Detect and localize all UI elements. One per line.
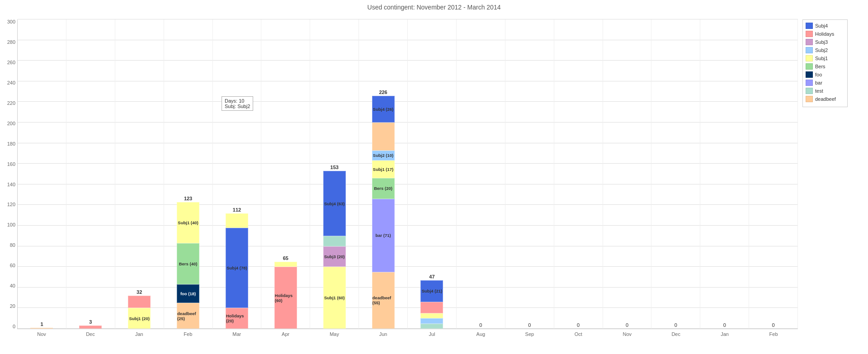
y-label-120: 120 [7, 202, 15, 207]
bar-stack-2[interactable]: Subj1 (20) [128, 296, 151, 329]
bar-group-jan-14: 0 [700, 19, 749, 329]
bar-segment-3-1: foo (18) [177, 284, 199, 303]
bar-zero-13: 0 [675, 322, 677, 328]
x-label-dec2: Dec [651, 331, 700, 352]
y-label-300: 300 [7, 19, 15, 24]
bar-segment-5-0: Holidays (60) [274, 267, 297, 329]
y-label-260: 260 [7, 60, 15, 65]
bar-stack-4[interactable]: Holidays (20)Subj4 (78) [226, 213, 248, 329]
bar-segment-8-2 [420, 313, 443, 318]
legend-color-holidays [806, 31, 813, 37]
bar-segment-4-1: Subj4 (78) [226, 228, 248, 308]
bar-stack-7[interactable]: deadbeef (55)bar (71)Bers (20)Subj1 (17)… [372, 96, 395, 329]
y-label-80: 80 [10, 243, 15, 248]
legend-label-foo: foo [815, 72, 822, 77]
x-label-sep: Sep [505, 331, 554, 352]
bar-stack-3[interactable]: deadbeef (25)foo (18)Bers (40)Subj1 (40) [177, 202, 199, 329]
bar-zero-9: 0 [479, 322, 482, 328]
legend-item-test: test [806, 88, 844, 94]
legend-color-foo [806, 71, 813, 78]
bar-group-feb-3: 123deadbeef (25)foo (18)Bers (40)Subj1 (… [164, 19, 213, 329]
legend: Subj4 Holidays Subj3 Subj2 Subj1 [802, 19, 868, 107]
legend-color-bers [806, 63, 813, 70]
legend-label-test: test [815, 88, 823, 94]
legend-item-bers: Bers [806, 63, 844, 70]
bar-segment-4-2 [226, 213, 248, 228]
chart-container: Used contingent: November 2012 - March 2… [0, 0, 868, 354]
x-label-dec1: Dec [66, 331, 115, 352]
bar-group-jun-7: 226deadbeef (55)bar (71)Bers (20)Subj1 (… [359, 19, 408, 329]
x-label-jul: Jul [408, 331, 457, 352]
legend-item-deadbeef: deadbeef [806, 96, 844, 102]
bar-stack-5[interactable]: Holidays (60) [274, 262, 297, 329]
y-label-200: 200 [7, 121, 15, 126]
legend-item-bar: bar [806, 80, 844, 86]
bar-zero-15: 0 [772, 322, 775, 328]
bar-segment-6-0: Subj1 (60) [323, 267, 346, 329]
legend-item-subj2: Subj2 [806, 47, 844, 53]
bar-stack-6[interactable]: Subj1 (60)Subj3 (20)Subj4 (63) [323, 171, 346, 329]
bar-zero-14: 0 [723, 322, 726, 328]
bar-total-2: 32 [137, 289, 142, 295]
bar-segment-6-1: Subj3 (20) [323, 246, 346, 267]
legend-color-subj3 [806, 39, 813, 45]
legend-color-bar [806, 80, 813, 86]
bar-segment-7-4: Subj2 (10) [372, 151, 395, 161]
x-label-may: May [310, 331, 359, 352]
bar-segment-7-0: deadbeef (55) [372, 272, 395, 329]
bar-segment-7-1: bar (71) [372, 199, 395, 272]
y-label-20: 20 [10, 304, 15, 309]
bar-stack-0[interactable] [30, 328, 53, 329]
bar-group-dec-13: 0 [651, 19, 700, 329]
bar-total-7: 226 [379, 90, 387, 95]
x-label-jun: Jun [359, 331, 408, 352]
legend-item-subj3: Subj3 [806, 39, 844, 45]
y-label-220: 220 [7, 101, 15, 106]
bar-zero-11: 0 [577, 322, 580, 328]
bar-segment-8-3 [420, 302, 443, 313]
legend-label-holidays: Holidays [815, 31, 834, 37]
bar-group-jan-2: 32Subj1 (20) [115, 19, 164, 329]
y-label-140: 140 [7, 182, 15, 187]
legend-item-subj1: Subj1 [806, 55, 844, 61]
x-label-aug: Aug [456, 331, 505, 352]
bar-segment-7-5 [372, 123, 395, 151]
bar-group-nov-12: 0 [603, 19, 652, 329]
bar-group-aug-9: 0 [457, 19, 505, 329]
y-label-160: 160 [7, 162, 15, 167]
legend-color-subj2 [806, 47, 813, 53]
bar-zero-12: 0 [626, 322, 628, 328]
y-label-40: 40 [10, 283, 15, 288]
bar-total-8: 47 [429, 274, 434, 279]
y-label-100: 100 [7, 222, 15, 227]
bar-stack-8[interactable]: Subj4 (21) [420, 280, 443, 329]
legend-label-subj2: Subj2 [815, 47, 828, 53]
legend-color-deadbeef [806, 96, 813, 102]
bar-total-5: 65 [283, 255, 288, 261]
x-label-feb2: Feb [749, 331, 798, 352]
legend-label-deadbeef: deadbeef [815, 96, 836, 102]
x-label-oct: Oct [554, 331, 603, 352]
bar-total-0: 1 [40, 321, 43, 327]
x-label-nov1: Nov [17, 331, 66, 352]
legend-label-bers: Bers [815, 64, 826, 69]
y-label-60: 60 [10, 263, 15, 268]
bar-segment-3-3: Subj1 (40) [177, 202, 199, 243]
chart-title: Used contingent: November 2012 - March 2… [0, 0, 868, 13]
bar-segment-7-6: Subj4 (26) [372, 96, 395, 123]
legend-label-subj1: Subj1 [815, 56, 828, 61]
legend-color-subj4 [806, 23, 813, 29]
bar-segment-2-1 [128, 296, 151, 308]
bar-segment-7-3: Subj1 (17) [372, 160, 395, 178]
bar-group-sep-10: 0 [505, 19, 554, 329]
legend-item-holidays: Holidays [806, 31, 844, 37]
bar-group-mar-4: 112Holidays (20)Subj4 (78) [213, 19, 262, 329]
bar-zero-10: 0 [528, 322, 531, 328]
bar-stack-1[interactable] [79, 326, 102, 329]
bar-segment-4-0: Holidays (20) [226, 308, 248, 329]
x-label-apr: Apr [261, 331, 310, 352]
bar-segment-3-2: Bers (40) [177, 243, 199, 284]
bar-segment-8-0 [420, 324, 443, 329]
x-label-mar: Mar [212, 331, 261, 352]
bar-total-4: 112 [233, 207, 241, 212]
